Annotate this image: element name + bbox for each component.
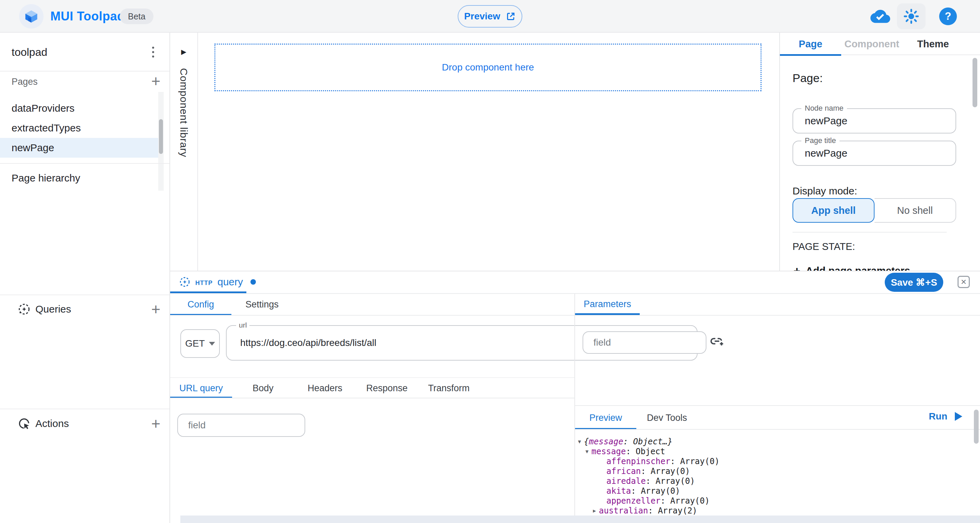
sidebar-item-dataproviders[interactable]: dataProviders [0, 99, 158, 118]
component-library-label: Component library [178, 68, 189, 157]
component-library-panel[interactable]: Component library [170, 33, 198, 271]
save-button[interactable]: Save ⌘+S [885, 273, 943, 292]
add-page-parameters-label: Add page parameters [806, 265, 910, 271]
inspector-scrollbar-thumb[interactable] [972, 58, 977, 107]
divider [0, 163, 169, 164]
cloud-done-glyph [870, 9, 890, 24]
http-method-value: GET [185, 338, 205, 349]
json-row[interactable]: airedaleArray(0) [575, 476, 973, 486]
toolpad-logo-glyph [24, 9, 39, 24]
cloud-done-icon[interactable] [869, 0, 892, 33]
tab-component[interactable]: Component [841, 33, 902, 55]
collapse-arrow-icon[interactable] [575, 437, 584, 447]
sidebar-item-page-hierarchy[interactable]: Page hierarchy [0, 168, 170, 188]
parameters-preview-pane: Parameters Preview Dev Tools Run {messag… [574, 294, 980, 523]
tab-body[interactable]: Body [232, 378, 294, 399]
tab-url-query[interactable]: URL query [170, 378, 232, 399]
preview-button-label: Preview [464, 11, 500, 22]
json-value: Array(0) [641, 486, 680, 496]
tab-config[interactable]: Config [170, 294, 231, 315]
query-editor-dock: HTTP query Save ⌘+S Config Settings GET … [170, 271, 980, 523]
json-row[interactable]: affenpinscherArray(0) [575, 457, 973, 467]
tab-settings[interactable]: Settings [231, 294, 293, 315]
url-query-field-input[interactable] [178, 415, 305, 436]
actions-section: Actions [0, 413, 169, 434]
url-label: url [236, 321, 250, 329]
json-value: Array(0) [680, 457, 720, 467]
json-value: Array(2) [658, 506, 697, 516]
brightness-toggle-button[interactable] [897, 3, 926, 29]
help-icon [939, 8, 957, 25]
json-row[interactable]: akitaArray(0) [575, 486, 973, 496]
json-value: Array(0) [651, 467, 690, 476]
run-button[interactable]: Run [929, 411, 962, 422]
json-root-row[interactable]: {messageObject…} [575, 437, 973, 447]
divider [0, 408, 169, 409]
sidebar-item-extractedtypes[interactable]: extractedTypes [0, 118, 158, 138]
display-mode-toggle: App shell No shell [792, 198, 956, 223]
parameters-field-input[interactable] [583, 332, 706, 353]
plus-icon [794, 264, 800, 271]
expand-panel-arrow-icon[interactable] [181, 48, 186, 56]
preview-scrollbar-thumb[interactable] [974, 410, 978, 444]
json-value: Array(0) [670, 496, 710, 506]
http-method-select[interactable]: GET [180, 329, 220, 358]
request-sub-tabs: URL query Body Headers Response Transfor… [170, 378, 480, 399]
tab-page[interactable]: Page [780, 33, 841, 55]
tab-transform[interactable]: Transform [418, 378, 480, 399]
tab-theme[interactable]: Theme [902, 33, 964, 55]
json-key: australian [599, 506, 658, 516]
horizontal-scrollbar-track[interactable] [180, 515, 980, 523]
add-action-button[interactable] [147, 415, 165, 432]
query-icon [18, 303, 30, 316]
json-row[interactable]: appenzellerArray(0) [575, 496, 973, 506]
json-value: Array(0) [656, 476, 695, 486]
expand-arrow-icon[interactable] [590, 506, 599, 516]
play-icon [955, 412, 962, 421]
project-name: toolpad [11, 33, 47, 72]
json-row[interactable]: australianArray(2) [575, 506, 973, 516]
divider [792, 232, 947, 233]
divider [575, 315, 980, 316]
actions-section-label: Actions [35, 413, 69, 434]
json-key: message [592, 447, 636, 457]
app-shell-toggle[interactable]: App shell [792, 198, 875, 223]
tab-parameters[interactable]: Parameters [575, 294, 640, 314]
chevron-down-icon [209, 342, 215, 346]
queries-section: Queries [0, 299, 169, 319]
add-page-button[interactable] [147, 72, 165, 90]
json-punct: } [668, 437, 672, 447]
help-button[interactable] [939, 0, 958, 33]
query-tab[interactable]: HTTP query [170, 271, 256, 292]
no-shell-toggle[interactable]: No shell [875, 198, 956, 223]
run-button-label: Run [929, 411, 947, 422]
json-row[interactable]: africanArray(0) [575, 467, 973, 476]
query-protocol-label: HTTP [195, 279, 213, 287]
close-icon[interactable] [958, 276, 970, 288]
request-config-pane: GET url URL query Body Headers Response … [170, 316, 574, 523]
toolpad-logo-icon[interactable] [19, 4, 43, 29]
divider [0, 295, 169, 295]
json-row[interactable]: messageObject [575, 447, 973, 457]
queries-section-label: Queries [35, 299, 71, 319]
tab-dev-tools[interactable]: Dev Tools [636, 406, 698, 430]
unsaved-changes-dot [250, 279, 256, 285]
project-menu-kebab-icon[interactable] [147, 43, 159, 61]
divider [170, 398, 574, 399]
project-header: toolpad [0, 33, 169, 72]
tab-preview[interactable]: Preview [575, 406, 636, 430]
json-key: affenpinscher [606, 457, 680, 467]
pages-scrollbar-thumb[interactable] [159, 119, 163, 154]
tab-headers[interactable]: Headers [294, 378, 356, 399]
inspector-panel: Page Component Theme Page: Node name Pag… [779, 33, 980, 271]
add-query-button[interactable] [147, 300, 165, 318]
query-icon [179, 276, 191, 288]
collapse-arrow-icon[interactable] [582, 447, 592, 457]
page-title-label: Page title [801, 136, 840, 145]
sidebar-item-newpage[interactable]: newPage [0, 138, 158, 158]
json-key: airedale [606, 476, 656, 486]
preview-button[interactable]: Preview [458, 5, 522, 27]
add-page-parameters-button[interactable]: Add page parameters [794, 263, 910, 271]
component-dropzone[interactable]: Drop component here [215, 43, 762, 91]
tab-response[interactable]: Response [356, 378, 418, 399]
